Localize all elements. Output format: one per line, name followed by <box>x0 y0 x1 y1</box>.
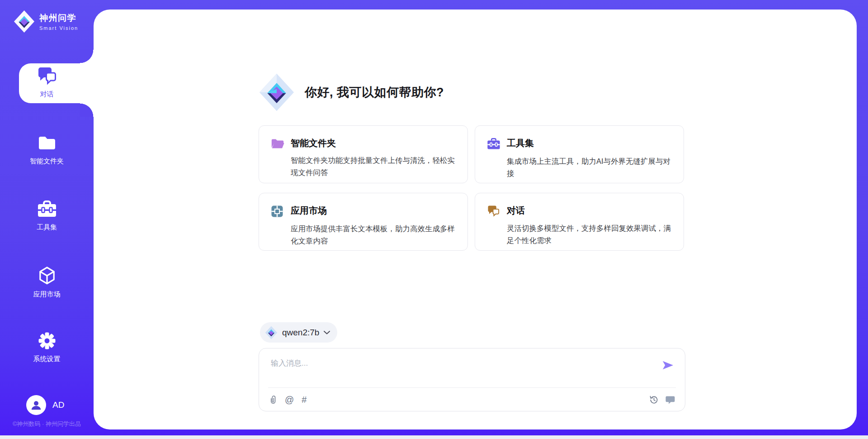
sidebar-item-label: 智能文件夹 <box>30 157 64 166</box>
attach-button[interactable] <box>270 395 277 405</box>
sidebar-item-label: 工具集 <box>37 223 57 232</box>
logo-diamond-icon <box>14 10 35 33</box>
greeting-title: 你好, 我可以如何帮助你? <box>305 84 444 100</box>
model-name: qwen2:7b <box>282 328 319 338</box>
composer: @ # <box>259 348 685 411</box>
composer-toolbar: @ # <box>270 392 675 407</box>
assistant-logo-icon <box>259 73 295 112</box>
gear-icon <box>38 331 56 351</box>
avatar <box>26 395 46 415</box>
sidebar-item-smart-folder[interactable]: 智能文件夹 <box>0 133 94 166</box>
app-logo: 神州问学 Smart Vision <box>14 10 78 33</box>
diamond-logo-icon <box>265 326 278 339</box>
chat-bubbles-icon <box>37 66 57 86</box>
mention-icon[interactable]: @ <box>285 395 294 404</box>
history-icon <box>649 395 659 405</box>
chat-bubbles-icon <box>487 204 507 219</box>
briefcase-icon <box>487 137 507 152</box>
card-title: 对话 <box>507 204 672 219</box>
copyright-text: ©神州数码 · 神州问学出品 <box>0 420 94 428</box>
hashtag-icon[interactable]: # <box>302 395 307 404</box>
feature-cards: 智能文件夹 智能文件夹功能支持批量文件上传与清洗，轻松实现文件问答 工具集 集成… <box>259 125 684 251</box>
sidebar-item-label: 对话 <box>40 90 54 99</box>
sidebar: 神州问学 Smart Vision 对话 智能文件夹 <box>0 0 94 435</box>
feature-card-toolset[interactable]: 工具集 集成市场上主流工具，助力AI与外界无缝扩展与对接 <box>475 125 684 183</box>
folder-open-icon <box>271 137 291 151</box>
feature-card-smart-folder[interactable]: 智能文件夹 智能文件夹功能支持批量文件上传与清洗，轻松实现文件问答 <box>259 125 468 183</box>
feature-card-chat[interactable]: 对话 灵活切换多模型文件，支持多样回复效果调试，满足个性化需求 <box>475 193 684 251</box>
active-tab-fillet-top <box>80 50 94 63</box>
chevron-down-icon <box>324 331 330 334</box>
briefcase-icon <box>37 199 57 219</box>
sidebar-item-settings[interactable]: 系统设置 <box>0 331 94 363</box>
history-button[interactable] <box>649 395 659 405</box>
folder-icon <box>38 133 57 153</box>
person-icon <box>30 399 42 411</box>
greeting: 你好, 我可以如何帮助你? <box>259 73 444 112</box>
user-name: AD <box>52 400 64 410</box>
user-profile[interactable]: AD <box>26 395 64 415</box>
app-root: 你好, 我可以如何帮助你? 智能文件夹 智能文件夹功能支持批量文件上传与清洗，轻… <box>0 0 868 439</box>
card-description: 智能文件夹功能支持批量文件上传与清洗，轻松实现文件问答 <box>291 154 456 179</box>
cube-icon <box>38 266 56 286</box>
bottom-edge-strip <box>0 435 868 439</box>
main-panel: 你好, 我可以如何帮助你? 智能文件夹 智能文件夹功能支持批量文件上传与清洗，轻… <box>94 10 857 429</box>
send-button[interactable] <box>661 359 675 372</box>
card-title: 应用市场 <box>291 204 456 220</box>
model-selector[interactable]: qwen2:7b <box>260 322 337 343</box>
send-icon <box>662 360 674 370</box>
attachment-icon <box>270 395 277 405</box>
app-title: 神州问学 <box>39 12 78 24</box>
message-input[interactable] <box>270 356 650 371</box>
sidebar-item-label: 系统设置 <box>33 355 61 363</box>
composer-divider <box>268 387 676 388</box>
feedback-button[interactable] <box>665 396 675 404</box>
sidebar-item-app-market[interactable]: 应用市场 <box>0 266 94 299</box>
feedback-bubble-icon <box>665 396 675 404</box>
card-title: 智能文件夹 <box>291 137 456 151</box>
sidebar-item-chat[interactable]: 对话 <box>0 66 94 99</box>
card-description: 应用市场提供丰富长文本模板，助力高效生成多样化文章内容 <box>291 223 456 247</box>
sidebar-item-label: 应用市场 <box>33 290 61 299</box>
sidebar-item-toolset[interactable]: 工具集 <box>0 199 94 232</box>
card-description: 灵活切换多模型文件，支持多样回复效果调试，满足个性化需求 <box>507 222 672 247</box>
active-tab-fillet-bottom <box>80 103 94 117</box>
grid-icon <box>271 204 291 220</box>
card-title: 工具集 <box>507 137 672 152</box>
feature-card-app-market[interactable]: 应用市场 应用市场提供丰富长文本模板，助力高效生成多样化文章内容 <box>259 193 468 251</box>
app-subtitle: Smart Vision <box>39 25 78 31</box>
card-description: 集成市场上主流工具，助力AI与外界无缝扩展与对接 <box>507 155 672 180</box>
